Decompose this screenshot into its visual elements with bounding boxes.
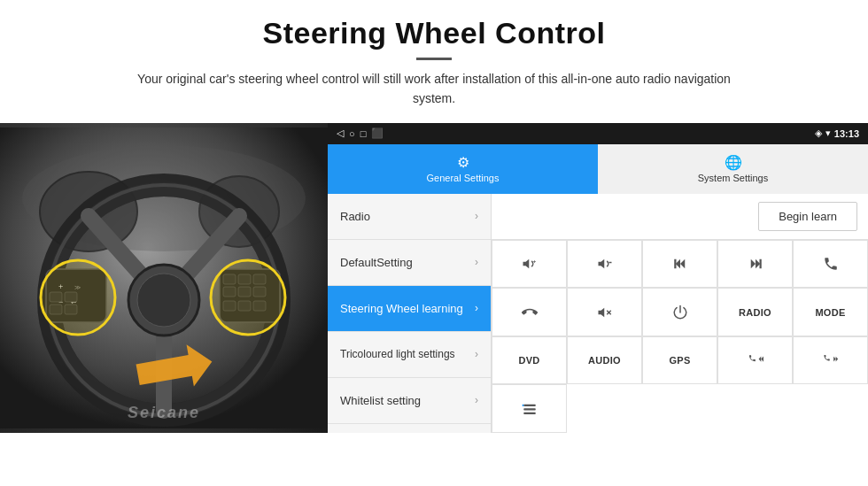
controls-grid: + — [492, 240, 868, 433]
android-ui-panel: ◁ ○ □ ⬛ ◈ ▾ 13:13 ⚙ General Settings — [328, 123, 868, 433]
menu-list: Radio › DefaultSetting › Steering Wheel … — [328, 194, 868, 433]
svg-marker-39 — [675, 259, 679, 269]
globe-icon: 🌐 — [725, 154, 742, 171]
tel-next-button[interactable] — [793, 336, 868, 385]
tab-bar: ⚙ General Settings 🌐 System Settings — [328, 144, 868, 194]
list-icon — [522, 401, 538, 417]
audio-label: AUDIO — [588, 355, 621, 366]
next-track-button[interactable] — [717, 240, 793, 289]
dvd-label: DVD — [518, 355, 539, 366]
svg-marker-49 — [833, 357, 836, 362]
vol-down-button[interactable] — [567, 240, 642, 289]
menu-item-default[interactable]: DefaultSetting › — [328, 240, 491, 286]
next-icon — [748, 256, 763, 272]
android-statusbar: ◁ ○ □ ⬛ ◈ ▾ 13:13 — [328, 123, 868, 144]
svg-rect-53 — [523, 412, 536, 413]
svg-marker-47 — [761, 356, 763, 361]
menu-item-radio[interactable]: Radio › — [328, 194, 491, 240]
svg-rect-40 — [674, 259, 676, 269]
menu-right: Begin learn + — [492, 194, 868, 433]
menu-left: Radio › DefaultSetting › Steering Wheel … — [328, 194, 492, 433]
gps-text-button[interactable]: GPS — [642, 336, 717, 385]
svg-marker-34 — [523, 259, 529, 269]
tel-prev-button[interactable] — [717, 336, 793, 385]
header-section: Steering Wheel Control Your original car… — [0, 0, 868, 118]
svg-point-32 — [211, 260, 285, 335]
location-icon: ◈ — [815, 127, 822, 139]
vol-up-button[interactable]: + — [492, 240, 567, 289]
nav-icons: ◁ ○ □ ⬛ — [337, 127, 384, 139]
chevron-icon: › — [475, 210, 478, 222]
tab-system[interactable]: 🌐 System Settings — [598, 144, 868, 194]
watermark: Seicane — [128, 404, 200, 422]
svg-marker-38 — [680, 259, 685, 269]
mute-button[interactable] — [567, 288, 642, 336]
audio-text-button[interactable]: AUDIO — [567, 336, 642, 385]
hang-up-button[interactable] — [492, 288, 567, 336]
svg-point-31 — [41, 260, 115, 335]
menu-radio-label: Radio — [340, 210, 370, 223]
screenshot-icon[interactable]: ⬛ — [371, 127, 384, 139]
menu-item-steering[interactable]: Steering Wheel learning › — [328, 286, 491, 332]
title-divider — [416, 58, 452, 60]
mute-icon — [597, 305, 613, 320]
prev-icon — [672, 256, 688, 272]
hang-up-icon — [522, 305, 538, 320]
dvd-text-button[interactable]: DVD — [492, 336, 567, 385]
chevron-icon: › — [475, 256, 478, 268]
svg-point-11 — [137, 274, 190, 327]
steering-wheel-svg: + ≫ − ↩ — [0, 123, 328, 433]
tab-general-label: General Settings — [427, 173, 500, 183]
menu-item-tricoloured[interactable]: Tricoloured light settings › — [328, 332, 491, 378]
mode-text-button[interactable]: MODE — [793, 288, 868, 336]
menu-steering-label: Steering Wheel learning — [340, 302, 463, 315]
phone-icon — [823, 256, 839, 272]
chevron-icon: › — [475, 302, 478, 314]
chevron-icon: › — [475, 348, 478, 360]
status-right: ◈ ▾ 13:13 — [815, 127, 859, 139]
begin-learn-button[interactable]: Begin learn — [758, 202, 857, 231]
svg-rect-54 — [522, 404, 523, 405]
svg-marker-50 — [835, 357, 838, 362]
wifi-icon: ▾ — [825, 127, 831, 139]
tel-prev-icon — [748, 352, 763, 368]
vol-down-icon — [597, 256, 613, 272]
recents-icon[interactable]: □ — [360, 128, 367, 139]
page-wrapper: Steering Wheel Control Your original car… — [0, 0, 868, 486]
menu-whitelist-label: Whitelist setting — [340, 394, 421, 407]
controls-top: Begin learn — [492, 194, 868, 240]
list-button[interactable] — [492, 384, 567, 433]
steering-wheel-image: + ≫ − ↩ — [0, 123, 328, 433]
svg-rect-52 — [523, 408, 536, 410]
power-icon — [672, 305, 688, 320]
chevron-icon: › — [475, 394, 478, 406]
content-section: + ≫ − ↩ — [0, 123, 868, 433]
svg-marker-48 — [758, 356, 761, 361]
subtitle: Your original car's steering wheel contr… — [124, 69, 744, 109]
tab-system-label: System Settings — [698, 173, 768, 183]
svg-rect-43 — [759, 259, 761, 269]
svg-marker-44 — [598, 307, 604, 317]
svg-text:+: + — [532, 258, 536, 264]
radio-text-button[interactable]: RADIO — [717, 288, 793, 336]
svg-marker-36 — [598, 259, 604, 269]
svg-marker-42 — [756, 259, 760, 269]
power-button[interactable] — [642, 288, 717, 336]
menu-item-whitelist[interactable]: Whitelist setting › — [328, 378, 491, 424]
home-icon[interactable]: ○ — [349, 128, 355, 139]
tel-next-icon — [823, 352, 839, 368]
phone-button[interactable] — [793, 240, 868, 289]
mode-label: MODE — [815, 307, 845, 318]
tab-general[interactable]: ⚙ General Settings — [328, 144, 598, 194]
svg-marker-41 — [750, 259, 755, 269]
gps-label: GPS — [669, 355, 690, 366]
vol-up-icon: + — [522, 256, 538, 272]
prev-track-button[interactable] — [642, 240, 717, 289]
menu-tricoloured-label: Tricoloured light settings — [340, 348, 455, 360]
back-icon[interactable]: ◁ — [337, 127, 344, 139]
gear-icon: ⚙ — [457, 154, 469, 171]
svg-rect-51 — [523, 404, 536, 405]
radio-label: RADIO — [739, 307, 771, 318]
page-title: Steering Wheel Control — [53, 16, 815, 50]
menu-default-label: DefaultSetting — [340, 256, 413, 269]
